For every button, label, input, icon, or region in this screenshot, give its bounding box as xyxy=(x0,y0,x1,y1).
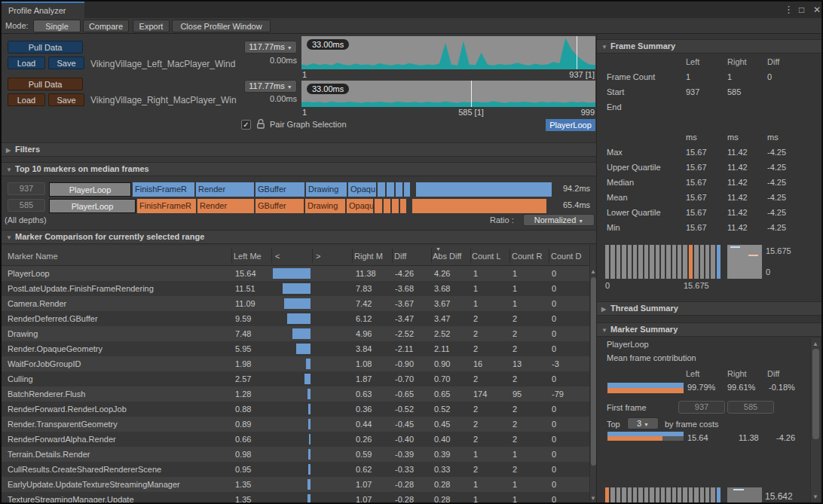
top10-marker-segment[interactable]: FinishFrameR xyxy=(137,199,196,213)
close-profiler-button[interactable]: Close Profiler Window xyxy=(172,20,271,32)
table-row[interactable]: Render.TransparentGeometry0.890.44-0.450… xyxy=(2,417,589,432)
table-row[interactable]: TextureStreamingManager.Update1.351.07-0… xyxy=(2,492,589,504)
pull-data-right-button[interactable]: Pull Data xyxy=(8,78,83,90)
top10-section-header[interactable]: ▼Top 10 markers on median frames xyxy=(2,162,597,176)
window-tab[interactable]: Profile Analyzer xyxy=(2,2,84,18)
table-row[interactable]: Render.OpaqueGeometry5.953.84-2.112.1122… xyxy=(2,341,589,356)
column-header--[interactable]: > xyxy=(316,252,320,261)
column-header-count-r[interactable]: Count R xyxy=(512,252,542,261)
column-divider[interactable] xyxy=(509,249,510,263)
close-icon[interactable]: ✕ xyxy=(813,5,821,15)
top10-marker-segment[interactable] xyxy=(387,182,394,197)
mode-single-button[interactable]: Single xyxy=(33,20,81,32)
top10-marker-segment[interactable]: Opaqu xyxy=(348,182,376,197)
table-row[interactable]: Drawing7.484.96-2.522.52220 xyxy=(2,326,589,341)
menu-icon[interactable]: ⋮ xyxy=(784,4,794,15)
column-header-marker-name[interactable]: Marker Name xyxy=(8,252,58,261)
save-right-button[interactable]: Save xyxy=(48,93,84,106)
comparison-section-header[interactable]: ▼Marker Comparison for currently selecte… xyxy=(2,230,597,244)
top10-marker-segment[interactable]: Opaqu xyxy=(347,199,373,213)
top10-marker-segment[interactable]: Render xyxy=(197,199,254,213)
top10-marker-segment[interactable]: Drawing xyxy=(305,199,345,213)
column-header-right-m[interactable]: Right M xyxy=(354,252,383,261)
scroll-down-icon[interactable]: ▼ xyxy=(590,495,596,502)
frame-number-box[interactable]: 937 xyxy=(8,182,45,195)
column-divider[interactable] xyxy=(231,249,232,263)
column-divider[interactable] xyxy=(431,249,432,263)
frame-time-histogram[interactable] xyxy=(605,245,723,279)
right-frame-graph[interactable]: 33.00ms xyxy=(301,81,595,107)
table-row[interactable]: RenderDeferred.GBuffer9.596.12-3.473.472… xyxy=(2,311,589,326)
column-header-diff[interactable]: Diff xyxy=(394,252,406,261)
first-frame-left-button[interactable]: 937 xyxy=(678,401,725,414)
frame-number-box[interactable]: 585 xyxy=(8,199,45,212)
maximize-icon[interactable]: □ xyxy=(799,5,804,15)
table-row[interactable]: RenderForward.RenderLoopJob0.880.36-0.52… xyxy=(2,402,589,417)
table-row[interactable]: PlayerLoop15.6411.38-4.264.26110 xyxy=(2,266,589,281)
table-row[interactable]: RenderForwardAlpha.Render0.660.26-0.400.… xyxy=(2,432,589,447)
top10-marker-segment[interactable] xyxy=(416,182,552,197)
marker-summary-header[interactable]: ▼Marker Summary xyxy=(597,322,821,337)
column-header-abs-diff[interactable]: Abs Diff xyxy=(433,252,461,261)
marker-summary-scrollbar-thumb[interactable] xyxy=(812,349,819,439)
top10-marker-segment[interactable]: GBuffer xyxy=(255,182,304,197)
export-button[interactable]: Export xyxy=(133,20,170,32)
top10-marker-segment[interactable] xyxy=(412,199,546,213)
column-divider[interactable] xyxy=(312,249,313,263)
right-yaxis-max-dropdown[interactable]: 117.77ms▼ xyxy=(244,80,297,93)
marker-histogram[interactable] xyxy=(605,487,723,504)
scroll-down-icon[interactable]: ▼ xyxy=(811,493,820,500)
column-header-left-me[interactable]: Left Me xyxy=(234,252,262,261)
mode-compare-button[interactable]: Compare xyxy=(83,20,129,32)
top-n-dropdown[interactable]: 3▼ xyxy=(627,417,659,429)
column-header-count-d[interactable]: Count D xyxy=(551,252,581,261)
save-left-button[interactable]: Save xyxy=(48,57,84,69)
column-divider[interactable] xyxy=(271,249,272,263)
thread-summary-header[interactable]: ▶Thread Summary xyxy=(597,301,821,316)
table-row[interactable]: CullResults.CreateSharedRendererScene0.9… xyxy=(2,462,589,477)
scroll-up-icon[interactable]: ▲ xyxy=(590,268,596,275)
top10-marker-segment[interactable]: GBuffer xyxy=(255,199,304,213)
load-right-button[interactable]: Load xyxy=(8,93,45,106)
left-frame-graph[interactable]: 33.00ms xyxy=(301,36,595,69)
column-header--[interactable]: < xyxy=(275,252,280,261)
filters-section-header[interactable]: ▶Filters xyxy=(2,142,597,157)
unlock-icon[interactable] xyxy=(256,118,265,131)
top10-marker-segment[interactable] xyxy=(400,199,406,213)
table-row[interactable]: Camera.Render11.097.42-3.673.67110 xyxy=(2,296,589,311)
top10-marker-segment[interactable]: Render xyxy=(196,182,254,197)
top10-marker-segment[interactable]: PlayerLoop xyxy=(49,182,131,197)
left-yaxis-max-dropdown[interactable]: 117.77ms▼ xyxy=(244,41,297,53)
marker-summary-scrollbar[interactable]: ▲ ▼ xyxy=(810,338,820,502)
box-plot[interactable] xyxy=(727,245,762,279)
load-left-button[interactable]: Load xyxy=(8,57,45,69)
top10-marker-segment[interactable] xyxy=(404,182,410,197)
column-divider[interactable] xyxy=(392,249,393,263)
table-row[interactable]: BatchRenderer.Flush1.280.63-0.650.651749… xyxy=(2,386,589,402)
top10-marker-segment[interactable]: FinishFrameR xyxy=(133,182,194,197)
selected-marker-chip[interactable]: PlayerLoop xyxy=(546,119,595,131)
top10-marker-segment[interactable] xyxy=(384,199,390,213)
table-scrollbar-thumb[interactable] xyxy=(591,277,596,466)
top10-marker-segment[interactable]: PlayerLoop xyxy=(49,199,136,213)
table-scrollbar[interactable]: ▲ ▼ xyxy=(589,246,596,504)
table-row[interactable]: Culling2.571.87-0.700.70220 xyxy=(2,371,589,386)
top10-marker-segment[interactable]: Drawing xyxy=(306,182,347,197)
frame-summary-header[interactable]: ▼Frame Summary xyxy=(597,39,821,53)
scroll-up-icon[interactable]: ▲ xyxy=(811,341,820,347)
table-row[interactable]: EarlyUpdate.UpdateTextureStreamingManage… xyxy=(2,477,589,492)
column-divider[interactable] xyxy=(470,249,471,263)
top10-marker-segment[interactable] xyxy=(392,199,399,213)
top10-marker-segment[interactable] xyxy=(396,182,402,197)
column-divider[interactable] xyxy=(549,249,549,263)
top10-marker-segment[interactable] xyxy=(378,182,385,197)
table-row[interactable]: PostLateUpdate.FinishFrameRendering11.51… xyxy=(2,281,589,296)
box-plot[interactable] xyxy=(727,487,762,504)
pair-graph-checkbox[interactable]: ✓ xyxy=(241,120,251,130)
ratio-dropdown[interactable]: Normalized▼ xyxy=(523,214,595,226)
table-row[interactable]: WaitForJobGroupID1.981.08-0.900.901613-3 xyxy=(2,356,589,371)
column-header-count-l[interactable]: Count L xyxy=(472,252,501,261)
column-divider[interactable] xyxy=(352,249,353,263)
first-frame-right-button[interactable]: 585 xyxy=(727,401,774,414)
top10-marker-segment[interactable] xyxy=(375,199,382,213)
